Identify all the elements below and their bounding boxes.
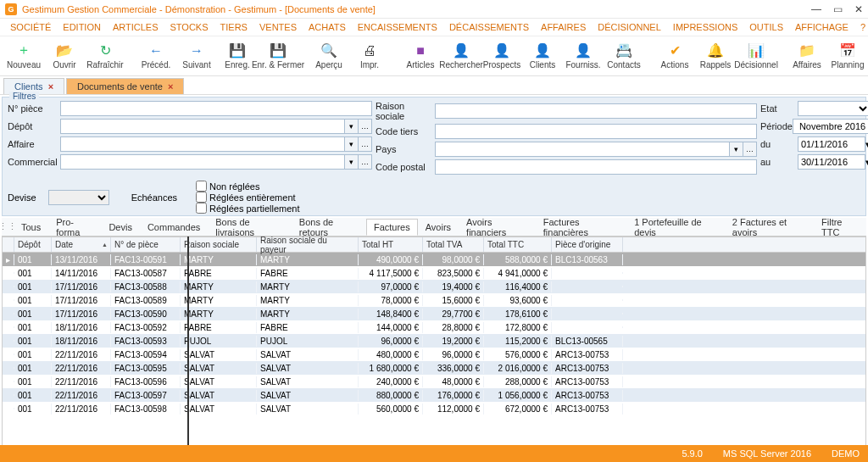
toolbar-clients[interactable]: 👤Clients [524, 37, 561, 75]
menu-articles[interactable]: ARTICLES [108, 20, 164, 34]
cell: SALVAT [257, 404, 359, 415]
table-row[interactable]: 00117/11/2016FAC13-00588MARTYMARTY97,000… [3, 280, 865, 293]
toolbar-dcisionnel[interactable]: 📊Décisionnel [737, 37, 775, 75]
code postal-input[interactable] [435, 159, 757, 175]
menu-encaissements[interactable]: ENCAISSEMENTS [353, 20, 442, 34]
table-row[interactable]: 00118/11/2016FAC13-00592FABREFABRE144,00… [3, 320, 865, 334]
toolbar-fourniss[interactable]: 👤Fourniss. [565, 37, 602, 75]
n° pièce-input[interactable] [60, 101, 372, 116]
dropdown-icon[interactable]: ▾ [730, 142, 743, 157]
etat-select[interactable] [798, 101, 868, 116]
toolbar-enreg[interactable]: 💾Enreg. [219, 37, 256, 75]
menu-affichage[interactable]: AFFICHAGE [790, 20, 854, 34]
subtab[interactable]: Avoirs [418, 219, 459, 236]
dropdown-icon[interactable]: ▾ [345, 136, 359, 152]
code tiers-input[interactable] [435, 124, 757, 139]
cell: FAC13-00596 [111, 376, 181, 387]
table-row[interactable]: 00118/11/2016FAC13-00593PUJOLPUJOL96,000… [3, 334, 865, 348]
toolbar-affaires[interactable]: 📁Affaires [788, 37, 826, 75]
toolbar-enrfermer[interactable]: 💾Enr. & Fermer [259, 37, 297, 75]
minimize-icon[interactable]: — [811, 3, 821, 15]
subtab[interactable]: Commandes [140, 219, 208, 236]
toolbar-contacts[interactable]: 📇Contacts [605, 37, 643, 75]
browse-icon[interactable]: … [359, 136, 372, 152]
menu-outils[interactable]: OUTILS [744, 20, 788, 34]
menu-?[interactable]: ? [855, 20, 868, 34]
toolbar-rafrachir[interactable]: ↻Rafraîchir [86, 37, 124, 75]
menu-décisionnel[interactable]: DÉCISIONNEL [593, 20, 666, 34]
column-header[interactable]: Date [52, 237, 111, 252]
toolbar-suivant[interactable]: →Suivant [178, 37, 215, 75]
periode-select[interactable]: Novembre 2016 [793, 119, 868, 134]
dépôt-input[interactable] [60, 119, 345, 134]
menu-edition[interactable]: EDITION [58, 20, 106, 34]
tab-close-icon[interactable]: × [168, 81, 173, 92]
toolbar-prcd[interactable]: ←Précéd. [137, 37, 175, 75]
menu-achats[interactable]: ACHATS [303, 20, 351, 34]
menu-ventes[interactable]: VENTES [254, 20, 302, 34]
table-row[interactable]: 00122/11/2016FAC13-00597SALVATSALVAT880,… [3, 388, 865, 402]
column-header[interactable]: Raison sociale [181, 237, 257, 252]
menu-stocks[interactable]: STOCKS [165, 20, 214, 34]
menu-affaires[interactable]: AFFAIRES [536, 20, 591, 34]
toolbar-nouveau[interactable]: ＋Nouveau [5, 37, 42, 75]
menu-société[interactable]: SOCIÉTÉ [5, 20, 56, 34]
contacts-icon: 📇 [616, 43, 632, 58]
doc-tab[interactable]: Documents de vente× [66, 78, 184, 94]
toolbar-rechercher[interactable]: 👤Rechercher [442, 37, 480, 75]
column-header[interactable]: Pièce d'origine [552, 237, 623, 252]
maximize-icon[interactable]: ▭ [833, 3, 843, 15]
column-header[interactable] [3, 237, 14, 252]
grid-body[interactable]: ▸00113/11/2016FAC13-00591MARTYMARTY490,0… [3, 253, 865, 462]
table-row[interactable]: 00114/11/2016FAC13-00587FABREFABRE4 117,… [3, 266, 865, 280]
close-icon[interactable]: ✕ [854, 3, 863, 15]
rappels-icon: 🔔 [708, 43, 723, 58]
affaire-input[interactable] [60, 136, 345, 152]
column-header[interactable]: Total TTC [484, 237, 552, 252]
devise-select[interactable] [48, 190, 109, 205]
table-row[interactable]: 00122/11/2016FAC13-00596SALVATSALVAT240,… [3, 375, 865, 388]
table-row[interactable]: 00122/11/2016FAC13-00594SALVATSALVAT480,… [3, 348, 865, 361]
raison sociale-input[interactable] [435, 103, 757, 119]
browse-icon[interactable]: … [359, 154, 372, 170]
browse-icon[interactable]: … [743, 142, 757, 157]
column-header[interactable]: N° de pièce [111, 237, 181, 252]
menu-impressions[interactable]: IMPRESSIONS [668, 20, 743, 34]
subtab[interactable]: Factures [366, 219, 418, 236]
column-header[interactable]: Dépôt [14, 237, 52, 252]
table-row[interactable]: ▸00113/11/2016FAC13-00591MARTYMARTY490,0… [3, 253, 865, 266]
toolbar-articles[interactable]: ■Articles [402, 37, 439, 75]
toolbar-aperu[interactable]: 🔍Aperçu [310, 37, 348, 75]
toolbar-prospects[interactable]: 👤Prospects [483, 37, 520, 75]
dropdown-icon[interactable]: ▾ [345, 154, 359, 170]
document-tabs: Clients×Documents de vente× [0, 76, 868, 95]
table-row[interactable]: 00122/11/2016FAC13-00595SALVATSALVAT1 68… [3, 361, 865, 375]
column-header[interactable]: Total HT [359, 237, 423, 252]
menu-tiers[interactable]: TIERS [215, 20, 253, 34]
toolbar-impr[interactable]: 🖨Impr. [351, 37, 388, 75]
browse-icon[interactable]: … [359, 119, 372, 134]
toolbar-planning[interactable]: 📅Planning [829, 37, 866, 75]
cell [3, 353, 14, 355]
check-non réglées[interactable] [196, 181, 207, 192]
tab-close-icon[interactable]: × [48, 81, 53, 92]
toolbar-actions[interactable]: ✔Actions [656, 37, 693, 75]
check-réglées entièrement[interactable] [196, 192, 207, 203]
au-input[interactable] [798, 154, 865, 170]
cell: ARC13-00753 [552, 404, 623, 415]
column-header[interactable]: Raison sociale du payeur [257, 237, 359, 252]
toolbar-rappels[interactable]: 🔔Rappels [697, 37, 734, 75]
table-row[interactable]: 00117/11/2016FAC13-00590MARTYMARTY148,84… [3, 307, 865, 320]
check-réglées partiellement[interactable] [196, 203, 207, 214]
menu-décaissements[interactable]: DÉCAISSEMENTS [444, 20, 534, 34]
toolbar-ouvrir[interactable]: 📂Ouvrir [46, 37, 83, 75]
dropdown-icon[interactable]: ▾ [345, 119, 359, 134]
column-header[interactable]: Total TVA [423, 237, 484, 252]
table-row[interactable]: 00122/11/2016FAC13-00598SALVATSALVAT560,… [3, 402, 865, 415]
subtab[interactable]: Tous [14, 219, 48, 236]
pays-input[interactable] [435, 142, 730, 157]
table-row[interactable]: 00117/11/2016FAC13-00589MARTYMARTY78,000… [3, 293, 865, 307]
du-input[interactable] [798, 136, 865, 152]
subtab[interactable]: Devis [101, 219, 140, 236]
commercial-input[interactable] [60, 154, 345, 170]
